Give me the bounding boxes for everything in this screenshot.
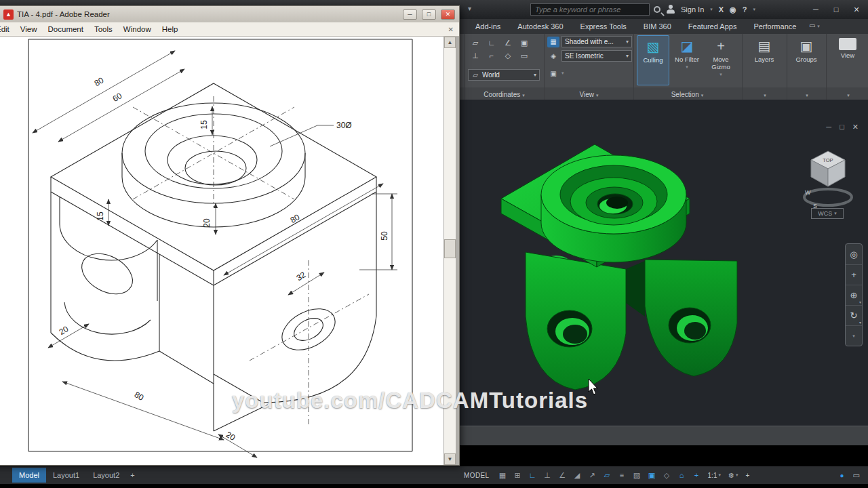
tab-performance[interactable]: Performance: [747, 20, 802, 33]
pan-icon[interactable]: +: [846, 264, 862, 285]
customization-button[interactable]: +: [742, 472, 753, 479]
adobe-minimize-button[interactable]: ─: [403, 9, 417, 20]
adobe-menubar: Edit View Document Tools Window Help ✕: [0, 22, 459, 37]
panel-expand-icon: ▾: [847, 93, 850, 98]
ucs-icon-6[interactable]: ⌐: [484, 50, 500, 62]
toggle-polar-tracking[interactable]: ∠: [555, 468, 570, 482]
doc-minimize-button[interactable]: ─: [826, 123, 831, 131]
panel-label-selection[interactable]: Selection▾: [634, 91, 741, 98]
toggle-dynamic-input[interactable]: +: [690, 468, 704, 482]
panel-expand-layers[interactable]: ▾: [743, 91, 785, 98]
toggle-object-snap[interactable]: ▱: [600, 468, 614, 482]
model-space-indicator[interactable]: MODEL: [464, 472, 490, 479]
adobe-titlebar[interactable]: ▲ TIA - 4.pdf - Adobe Reader ─ □ ✕: [0, 6, 459, 22]
performance-badge-icon[interactable]: ●: [836, 472, 848, 479]
navbar-more-icon[interactable]: ▾: [846, 325, 862, 346]
doc-restore-button[interactable]: □: [840, 123, 844, 131]
plus-icon: +: [745, 472, 749, 479]
panel-expand-groups[interactable]: ▾: [787, 91, 825, 98]
groups-button[interactable]: ▣ Groups: [790, 35, 823, 85]
tab-autodesk-360[interactable]: Autodesk 360: [511, 20, 569, 33]
annotation-scale-dropdown[interactable]: 1:1 ▾: [705, 472, 724, 479]
toggle-object-snap-tracking[interactable]: ↗: [585, 468, 599, 482]
toggle-isodraft[interactable]: ◢: [570, 468, 585, 482]
viewport-config-icon[interactable]: ▣: [547, 68, 559, 79]
menu-document[interactable]: Document: [43, 23, 89, 35]
ucs-icon-3[interactable]: ∠: [500, 37, 516, 49]
layers-icon: ▤: [758, 38, 771, 54]
scroll-down-icon[interactable]: ▼: [444, 453, 456, 465]
visual-style-dropdown[interactable]: Shaded with e... ▾: [561, 36, 632, 47]
toggle-3d-object-snap[interactable]: ◇: [660, 468, 674, 482]
menu-edit[interactable]: Edit: [0, 23, 15, 35]
menu-window[interactable]: Window: [118, 23, 157, 35]
toggle-transparency[interactable]: ▨: [630, 468, 644, 482]
move-gizmo-dropdown[interactable]: + Move Gizmo ▾: [705, 35, 737, 85]
toggle-dynamic-ucs[interactable]: ⌂: [675, 468, 689, 482]
orbit-icon[interactable]: ↻▾: [846, 305, 862, 325]
view-cube[interactable]: W S TOP: [802, 146, 854, 211]
panel-label-view[interactable]: View▾: [545, 91, 633, 98]
communication-center-icon[interactable]: ◉: [730, 5, 736, 14]
wcs-dropdown[interactable]: WCS ▾: [811, 208, 844, 219]
toggle-infer-constraints[interactable]: ∟: [526, 468, 540, 482]
ucs-icon-4[interactable]: ▣: [516, 37, 532, 49]
scroll-up-icon[interactable]: ▲: [444, 37, 456, 48]
ucs-dropdown[interactable]: ▱ World ▾: [468, 69, 540, 81]
clean-screen-icon[interactable]: ▭: [849, 471, 864, 480]
toolbar-close-icon[interactable]: ✕: [448, 26, 459, 33]
ucs-icon-7[interactable]: ◇: [500, 50, 516, 62]
layout-tab-layout2[interactable]: Layout2: [86, 468, 126, 483]
chevron-down-icon[interactable]: ▾: [561, 70, 564, 76]
scrollbar-thumb[interactable]: [444, 239, 456, 258]
ucs-icon-5[interactable]: ⊥: [467, 50, 484, 62]
culling-button[interactable]: ▧ Culling: [637, 35, 669, 85]
layers-button[interactable]: ▤ Layers: [748, 35, 781, 85]
steering-wheel-icon[interactable]: ◎: [846, 244, 862, 264]
sign-in-chevron-icon[interactable]: ▾: [710, 7, 713, 12]
exchange-apps-icon[interactable]: X: [719, 5, 724, 14]
menu-help[interactable]: Help: [157, 23, 184, 35]
adobe-restore-button[interactable]: □: [422, 9, 436, 20]
ucs-icon-8[interactable]: ▭: [516, 50, 532, 62]
toggle-grid[interactable]: ▦: [496, 468, 510, 482]
toggle-snap[interactable]: ⊞: [511, 468, 525, 482]
acad-maximize-button[interactable]: □: [827, 3, 845, 16]
tab-bim-360[interactable]: BIM 360: [637, 20, 677, 33]
zoom-icon[interactable]: ⊕▾: [846, 285, 862, 305]
layout-tab-model[interactable]: Model: [12, 468, 46, 483]
menu-view[interactable]: View: [15, 23, 43, 35]
search-icon[interactable]: [654, 6, 660, 13]
acad-close-button[interactable]: ✕: [848, 3, 865, 16]
help-chevron-icon[interactable]: ▾: [753, 7, 755, 12]
ucs-icon-1[interactable]: ▱: [467, 37, 484, 49]
adobe-close-button[interactable]: ✕: [441, 9, 455, 20]
dimension-label: 50: [380, 231, 389, 241]
panel-label-coordinates[interactable]: Coordinates▾: [465, 91, 544, 98]
dimension-label: 32: [294, 270, 307, 283]
view-tool-button[interactable]: View: [831, 35, 864, 85]
workspace-gear-dropdown[interactable]: ⚙ ▾: [725, 472, 741, 479]
view-preset-dropdown[interactable]: SE Isometric ▾: [561, 50, 632, 62]
menu-tools[interactable]: Tools: [89, 23, 118, 35]
help-icon[interactable]: ?: [743, 5, 747, 14]
layout-tab-layout1[interactable]: Layout1: [46, 468, 86, 483]
doc-close-button[interactable]: ✕: [852, 123, 859, 131]
model-viewport[interactable]: ─ □ ✕: [460, 100, 868, 426]
infocenter-search-input[interactable]: [530, 3, 650, 16]
ribbon-cycle-icon[interactable]: ▭ ▾: [809, 22, 820, 29]
command-line-dock[interactable]: [460, 426, 868, 445]
no-filter-dropdown[interactable]: ◪ No Filter ▾: [671, 35, 703, 85]
toggle-selection-cycling[interactable]: ▣: [645, 468, 659, 482]
tab-featured-apps[interactable]: Featured Apps: [682, 20, 743, 33]
acad-minimize-button[interactable]: ─: [807, 3, 825, 16]
panel-expand-view-tools[interactable]: ▾: [827, 91, 868, 98]
tab-express-tools[interactable]: Express Tools: [574, 20, 633, 33]
sign-in-button[interactable]: Sign In: [681, 5, 704, 14]
toggle-lineweight[interactable]: ≡: [615, 468, 629, 482]
quick-access-overflow-icon[interactable]: ▾: [468, 5, 471, 12]
new-layout-button[interactable]: +: [126, 468, 138, 483]
toggle-ortho[interactable]: ⊥: [540, 468, 555, 482]
ucs-icon-2[interactable]: ∟: [484, 37, 500, 49]
tab-add-ins[interactable]: Add-ins: [469, 20, 507, 33]
